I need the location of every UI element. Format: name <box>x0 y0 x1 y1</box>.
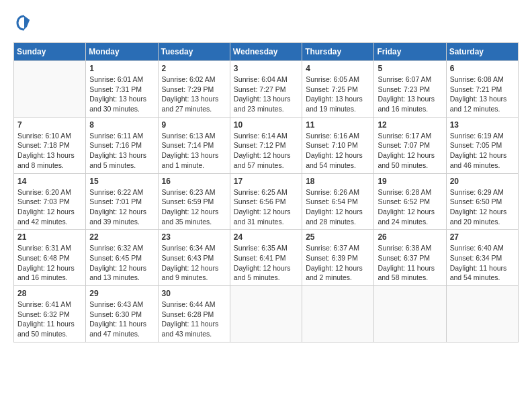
day-info: Sunrise: 6:25 AM Sunset: 6:56 PM Dayligh… <box>234 187 298 227</box>
day-info: Sunrise: 6:34 AM Sunset: 6:43 PM Dayligh… <box>162 243 226 283</box>
day-info: Sunrise: 6:04 AM Sunset: 7:27 PM Dayligh… <box>234 75 298 114</box>
day-number: 26 <box>378 232 442 242</box>
calendar-cell: 25Sunrise: 6:37 AM Sunset: 6:39 PM Dayli… <box>302 230 374 286</box>
calendar-cell: 11Sunrise: 6:16 AM Sunset: 7:10 PM Dayli… <box>302 117 374 173</box>
day-number: 28 <box>17 289 82 298</box>
calendar-cell <box>14 61 86 118</box>
calendar-cell: 9Sunrise: 6:13 AM Sunset: 7:14 PM Daylig… <box>158 117 230 173</box>
day-info: Sunrise: 6:10 AM Sunset: 7:18 PM Dayligh… <box>17 131 82 171</box>
day-info: Sunrise: 6:31 AM Sunset: 6:48 PM Dayligh… <box>17 243 82 283</box>
day-info: Sunrise: 6:37 AM Sunset: 6:39 PM Dayligh… <box>306 243 370 283</box>
logo <box>13 13 34 36</box>
week-row-3: 14Sunrise: 6:20 AM Sunset: 7:03 PM Dayli… <box>14 173 519 230</box>
calendar-cell: 17Sunrise: 6:25 AM Sunset: 6:56 PM Dayli… <box>230 173 302 230</box>
page-header <box>13 13 519 36</box>
day-info: Sunrise: 6:38 AM Sunset: 6:37 PM Dayligh… <box>378 243 442 283</box>
day-info: Sunrise: 6:08 AM Sunset: 7:21 PM Dayligh… <box>450 75 515 114</box>
day-info: Sunrise: 6:43 AM Sunset: 6:30 PM Dayligh… <box>89 300 154 339</box>
week-row-2: 7Sunrise: 6:10 AM Sunset: 7:18 PM Daylig… <box>14 117 519 173</box>
day-info: Sunrise: 6:19 AM Sunset: 7:05 PM Dayligh… <box>450 131 515 171</box>
day-number: 4 <box>306 64 370 73</box>
calendar-cell: 10Sunrise: 6:14 AM Sunset: 7:12 PM Dayli… <box>230 117 302 173</box>
day-number: 3 <box>234 64 298 73</box>
calendar-cell: 23Sunrise: 6:34 AM Sunset: 6:43 PM Dayli… <box>158 230 230 286</box>
day-number: 27 <box>450 232 515 242</box>
calendar-cell: 8Sunrise: 6:11 AM Sunset: 7:16 PM Daylig… <box>86 117 158 173</box>
day-number: 7 <box>17 120 82 130</box>
calendar-cell: 7Sunrise: 6:10 AM Sunset: 7:18 PM Daylig… <box>14 117 86 173</box>
weekday-header-saturday: Saturday <box>446 43 518 61</box>
day-number: 18 <box>306 177 370 186</box>
day-number: 21 <box>17 232 82 242</box>
calendar-cell: 24Sunrise: 6:35 AM Sunset: 6:41 PM Dayli… <box>230 230 302 286</box>
day-info: Sunrise: 6:16 AM Sunset: 7:10 PM Dayligh… <box>306 131 370 171</box>
day-number: 23 <box>162 232 226 242</box>
calendar-cell: 16Sunrise: 6:23 AM Sunset: 6:59 PM Dayli… <box>158 173 230 230</box>
calendar-cell: 22Sunrise: 6:32 AM Sunset: 6:45 PM Dayli… <box>86 230 158 286</box>
day-number: 24 <box>234 232 298 242</box>
calendar-cell: 6Sunrise: 6:08 AM Sunset: 7:21 PM Daylig… <box>446 61 518 118</box>
day-number: 2 <box>162 64 226 73</box>
day-info: Sunrise: 6:44 AM Sunset: 6:28 PM Dayligh… <box>162 300 226 339</box>
day-info: Sunrise: 6:29 AM Sunset: 6:50 PM Dayligh… <box>450 187 515 227</box>
calendar-cell: 12Sunrise: 6:17 AM Sunset: 7:07 PM Dayli… <box>374 117 446 173</box>
day-info: Sunrise: 6:22 AM Sunset: 7:01 PM Dayligh… <box>89 187 154 227</box>
calendar-cell: 26Sunrise: 6:38 AM Sunset: 6:37 PM Dayli… <box>374 230 446 286</box>
day-info: Sunrise: 6:20 AM Sunset: 7:03 PM Dayligh… <box>17 187 82 227</box>
calendar-table: SundayMondayTuesdayWednesdayThursdayFrid… <box>13 42 519 342</box>
weekday-header-wednesday: Wednesday <box>230 43 302 61</box>
calendar-cell <box>230 286 302 342</box>
day-number: 17 <box>234 177 298 186</box>
calendar-cell <box>302 286 374 342</box>
day-number: 10 <box>234 120 298 130</box>
day-number: 14 <box>17 177 82 186</box>
weekday-header-monday: Monday <box>86 43 158 61</box>
day-number: 19 <box>378 177 442 186</box>
week-row-1: 1Sunrise: 6:01 AM Sunset: 7:31 PM Daylig… <box>14 61 519 118</box>
day-info: Sunrise: 6:14 AM Sunset: 7:12 PM Dayligh… <box>234 131 298 171</box>
day-number: 8 <box>89 120 154 130</box>
day-number: 22 <box>89 232 154 242</box>
day-number: 15 <box>89 177 154 186</box>
week-row-4: 21Sunrise: 6:31 AM Sunset: 6:48 PM Dayli… <box>14 230 519 286</box>
day-info: Sunrise: 6:01 AM Sunset: 7:31 PM Dayligh… <box>89 75 154 114</box>
day-number: 29 <box>89 289 154 298</box>
day-number: 5 <box>378 64 442 73</box>
calendar-cell: 21Sunrise: 6:31 AM Sunset: 6:48 PM Dayli… <box>14 230 86 286</box>
day-number: 1 <box>89 64 154 73</box>
day-info: Sunrise: 6:02 AM Sunset: 7:29 PM Dayligh… <box>162 75 226 114</box>
calendar-cell: 1Sunrise: 6:01 AM Sunset: 7:31 PM Daylig… <box>86 61 158 118</box>
day-number: 11 <box>306 120 370 130</box>
calendar-cell: 29Sunrise: 6:43 AM Sunset: 6:30 PM Dayli… <box>86 286 158 342</box>
calendar-cell: 27Sunrise: 6:40 AM Sunset: 6:34 PM Dayli… <box>446 230 518 286</box>
day-number: 6 <box>450 64 515 73</box>
weekday-header-friday: Friday <box>374 43 446 61</box>
day-info: Sunrise: 6:23 AM Sunset: 6:59 PM Dayligh… <box>162 187 226 227</box>
day-info: Sunrise: 6:28 AM Sunset: 6:52 PM Dayligh… <box>378 187 442 227</box>
day-number: 30 <box>162 289 226 298</box>
day-info: Sunrise: 6:26 AM Sunset: 6:54 PM Dayligh… <box>306 187 370 227</box>
day-number: 9 <box>162 120 226 130</box>
weekday-header-thursday: Thursday <box>302 43 374 61</box>
weekday-header-tuesday: Tuesday <box>158 43 230 61</box>
day-info: Sunrise: 6:13 AM Sunset: 7:14 PM Dayligh… <box>162 131 226 171</box>
day-info: Sunrise: 6:40 AM Sunset: 6:34 PM Dayligh… <box>450 243 515 283</box>
calendar-cell: 28Sunrise: 6:41 AM Sunset: 6:32 PM Dayli… <box>14 286 86 342</box>
day-info: Sunrise: 6:32 AM Sunset: 6:45 PM Dayligh… <box>89 243 154 283</box>
day-info: Sunrise: 6:11 AM Sunset: 7:16 PM Dayligh… <box>89 131 154 171</box>
calendar-cell: 3Sunrise: 6:04 AM Sunset: 7:27 PM Daylig… <box>230 61 302 118</box>
calendar-cell: 14Sunrise: 6:20 AM Sunset: 7:03 PM Dayli… <box>14 173 86 230</box>
calendar-cell: 4Sunrise: 6:05 AM Sunset: 7:25 PM Daylig… <box>302 61 374 118</box>
calendar-cell <box>374 286 446 342</box>
day-number: 13 <box>450 120 515 130</box>
calendar-cell: 2Sunrise: 6:02 AM Sunset: 7:29 PM Daylig… <box>158 61 230 118</box>
day-info: Sunrise: 6:41 AM Sunset: 6:32 PM Dayligh… <box>17 300 82 339</box>
logo-icon <box>15 13 34 32</box>
day-number: 25 <box>306 232 370 242</box>
day-info: Sunrise: 6:07 AM Sunset: 7:23 PM Dayligh… <box>378 75 442 114</box>
weekday-header-row: SundayMondayTuesdayWednesdayThursdayFrid… <box>14 43 519 61</box>
day-info: Sunrise: 6:05 AM Sunset: 7:25 PM Dayligh… <box>306 75 370 114</box>
calendar-cell: 18Sunrise: 6:26 AM Sunset: 6:54 PM Dayli… <box>302 173 374 230</box>
calendar-cell: 19Sunrise: 6:28 AM Sunset: 6:52 PM Dayli… <box>374 173 446 230</box>
day-info: Sunrise: 6:35 AM Sunset: 6:41 PM Dayligh… <box>234 243 298 283</box>
